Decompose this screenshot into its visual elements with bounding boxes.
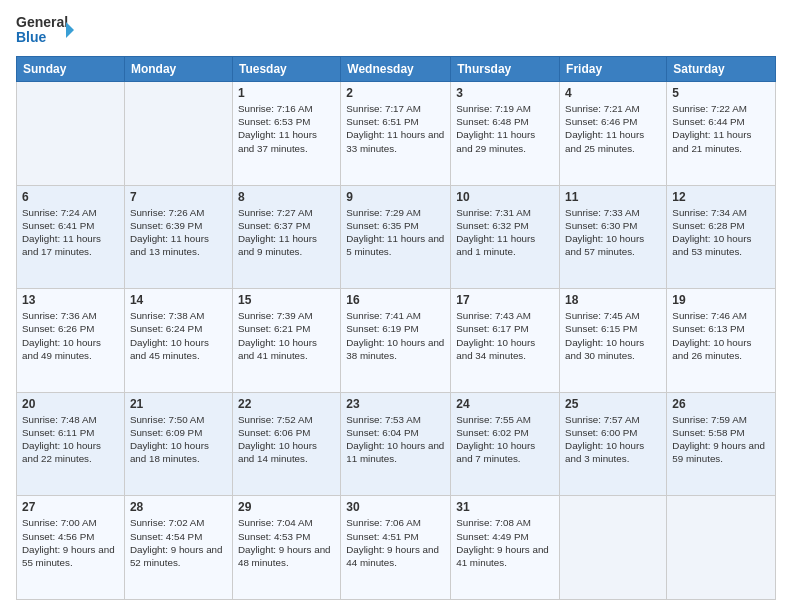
day-info: Sunrise: 7:17 AM Sunset: 6:51 PM Dayligh… [346,102,445,155]
week-row-4: 20Sunrise: 7:48 AM Sunset: 6:11 PM Dayli… [17,392,776,496]
svg-text:Blue: Blue [16,29,47,45]
calendar-cell: 20Sunrise: 7:48 AM Sunset: 6:11 PM Dayli… [17,392,125,496]
day-number: 7 [130,190,227,204]
day-info: Sunrise: 7:45 AM Sunset: 6:15 PM Dayligh… [565,309,661,362]
calendar-cell: 4Sunrise: 7:21 AM Sunset: 6:46 PM Daylig… [560,82,667,186]
day-info: Sunrise: 7:36 AM Sunset: 6:26 PM Dayligh… [22,309,119,362]
day-info: Sunrise: 7:53 AM Sunset: 6:04 PM Dayligh… [346,413,445,466]
calendar-cell: 12Sunrise: 7:34 AM Sunset: 6:28 PM Dayli… [667,185,776,289]
svg-marker-2 [66,22,74,38]
day-number: 16 [346,293,445,307]
calendar-cell: 10Sunrise: 7:31 AM Sunset: 6:32 PM Dayli… [451,185,560,289]
day-number: 3 [456,86,554,100]
day-info: Sunrise: 7:27 AM Sunset: 6:37 PM Dayligh… [238,206,335,259]
calendar-cell: 16Sunrise: 7:41 AM Sunset: 6:19 PM Dayli… [341,289,451,393]
day-number: 1 [238,86,335,100]
day-number: 24 [456,397,554,411]
day-info: Sunrise: 7:21 AM Sunset: 6:46 PM Dayligh… [565,102,661,155]
week-row-1: 1Sunrise: 7:16 AM Sunset: 6:53 PM Daylig… [17,82,776,186]
day-info: Sunrise: 7:29 AM Sunset: 6:35 PM Dayligh… [346,206,445,259]
day-info: Sunrise: 7:55 AM Sunset: 6:02 PM Dayligh… [456,413,554,466]
day-number: 10 [456,190,554,204]
calendar-cell: 2Sunrise: 7:17 AM Sunset: 6:51 PM Daylig… [341,82,451,186]
day-info: Sunrise: 7:00 AM Sunset: 4:56 PM Dayligh… [22,516,119,569]
day-number: 13 [22,293,119,307]
calendar: SundayMondayTuesdayWednesdayThursdayFrid… [16,56,776,600]
day-info: Sunrise: 7:39 AM Sunset: 6:21 PM Dayligh… [238,309,335,362]
day-number: 18 [565,293,661,307]
day-info: Sunrise: 7:38 AM Sunset: 6:24 PM Dayligh… [130,309,227,362]
svg-text:General: General [16,14,68,30]
day-info: Sunrise: 7:33 AM Sunset: 6:30 PM Dayligh… [565,206,661,259]
day-info: Sunrise: 7:26 AM Sunset: 6:39 PM Dayligh… [130,206,227,259]
day-header-tuesday: Tuesday [232,57,340,82]
calendar-cell: 1Sunrise: 7:16 AM Sunset: 6:53 PM Daylig… [232,82,340,186]
calendar-cell: 31Sunrise: 7:08 AM Sunset: 4:49 PM Dayli… [451,496,560,600]
day-number: 2 [346,86,445,100]
calendar-cell: 11Sunrise: 7:33 AM Sunset: 6:30 PM Dayli… [560,185,667,289]
day-number: 25 [565,397,661,411]
logo-svg: GeneralBlue [16,12,76,48]
day-info: Sunrise: 7:24 AM Sunset: 6:41 PM Dayligh… [22,206,119,259]
calendar-cell: 22Sunrise: 7:52 AM Sunset: 6:06 PM Dayli… [232,392,340,496]
calendar-cell: 19Sunrise: 7:46 AM Sunset: 6:13 PM Dayli… [667,289,776,393]
day-number: 5 [672,86,770,100]
day-info: Sunrise: 7:52 AM Sunset: 6:06 PM Dayligh… [238,413,335,466]
day-number: 15 [238,293,335,307]
week-row-5: 27Sunrise: 7:00 AM Sunset: 4:56 PM Dayli… [17,496,776,600]
calendar-cell: 24Sunrise: 7:55 AM Sunset: 6:02 PM Dayli… [451,392,560,496]
calendar-cell: 17Sunrise: 7:43 AM Sunset: 6:17 PM Dayli… [451,289,560,393]
day-number: 11 [565,190,661,204]
logo: GeneralBlue [16,12,76,48]
calendar-cell: 25Sunrise: 7:57 AM Sunset: 6:00 PM Dayli… [560,392,667,496]
day-number: 9 [346,190,445,204]
day-info: Sunrise: 7:34 AM Sunset: 6:28 PM Dayligh… [672,206,770,259]
day-header-monday: Monday [124,57,232,82]
day-info: Sunrise: 7:06 AM Sunset: 4:51 PM Dayligh… [346,516,445,569]
day-number: 14 [130,293,227,307]
week-row-2: 6Sunrise: 7:24 AM Sunset: 6:41 PM Daylig… [17,185,776,289]
day-info: Sunrise: 7:22 AM Sunset: 6:44 PM Dayligh… [672,102,770,155]
day-header-thursday: Thursday [451,57,560,82]
day-header-friday: Friday [560,57,667,82]
day-number: 4 [565,86,661,100]
calendar-cell: 21Sunrise: 7:50 AM Sunset: 6:09 PM Dayli… [124,392,232,496]
days-header-row: SundayMondayTuesdayWednesdayThursdayFrid… [17,57,776,82]
day-number: 19 [672,293,770,307]
day-number: 22 [238,397,335,411]
day-info: Sunrise: 7:04 AM Sunset: 4:53 PM Dayligh… [238,516,335,569]
day-number: 6 [22,190,119,204]
day-number: 23 [346,397,445,411]
day-info: Sunrise: 7:46 AM Sunset: 6:13 PM Dayligh… [672,309,770,362]
calendar-cell [560,496,667,600]
day-number: 20 [22,397,119,411]
calendar-cell: 7Sunrise: 7:26 AM Sunset: 6:39 PM Daylig… [124,185,232,289]
day-info: Sunrise: 7:02 AM Sunset: 4:54 PM Dayligh… [130,516,227,569]
calendar-cell: 18Sunrise: 7:45 AM Sunset: 6:15 PM Dayli… [560,289,667,393]
day-header-wednesday: Wednesday [341,57,451,82]
day-number: 30 [346,500,445,514]
day-info: Sunrise: 7:41 AM Sunset: 6:19 PM Dayligh… [346,309,445,362]
day-number: 17 [456,293,554,307]
day-info: Sunrise: 7:59 AM Sunset: 5:58 PM Dayligh… [672,413,770,466]
day-number: 12 [672,190,770,204]
day-header-saturday: Saturday [667,57,776,82]
week-row-3: 13Sunrise: 7:36 AM Sunset: 6:26 PM Dayli… [17,289,776,393]
calendar-cell [17,82,125,186]
calendar-cell: 9Sunrise: 7:29 AM Sunset: 6:35 PM Daylig… [341,185,451,289]
calendar-cell: 5Sunrise: 7:22 AM Sunset: 6:44 PM Daylig… [667,82,776,186]
calendar-cell: 15Sunrise: 7:39 AM Sunset: 6:21 PM Dayli… [232,289,340,393]
calendar-cell: 8Sunrise: 7:27 AM Sunset: 6:37 PM Daylig… [232,185,340,289]
day-number: 21 [130,397,227,411]
day-number: 29 [238,500,335,514]
calendar-cell: 30Sunrise: 7:06 AM Sunset: 4:51 PM Dayli… [341,496,451,600]
day-info: Sunrise: 7:08 AM Sunset: 4:49 PM Dayligh… [456,516,554,569]
day-info: Sunrise: 7:16 AM Sunset: 6:53 PM Dayligh… [238,102,335,155]
day-info: Sunrise: 7:48 AM Sunset: 6:11 PM Dayligh… [22,413,119,466]
calendar-cell [124,82,232,186]
day-number: 27 [22,500,119,514]
day-info: Sunrise: 7:43 AM Sunset: 6:17 PM Dayligh… [456,309,554,362]
calendar-cell [667,496,776,600]
calendar-cell: 23Sunrise: 7:53 AM Sunset: 6:04 PM Dayli… [341,392,451,496]
day-number: 26 [672,397,770,411]
